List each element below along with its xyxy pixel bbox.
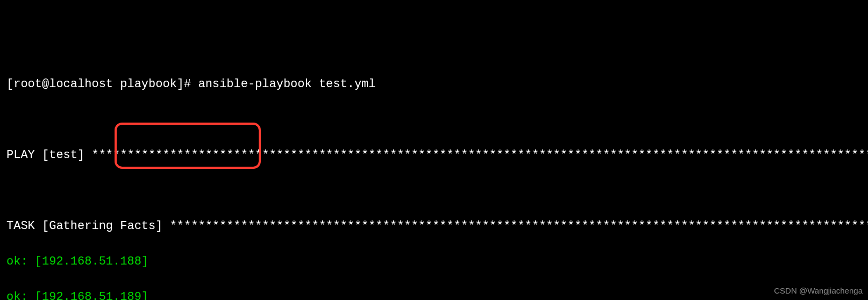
ok-status: ok:: [6, 255, 35, 268]
task-gathering-stars: ****************************************…: [170, 219, 868, 233]
blank-line: [6, 182, 862, 199]
blank-line: [6, 111, 862, 128]
play-label: PLAY [test]: [6, 148, 91, 162]
ok-status: ok:: [6, 290, 35, 300]
gathering-result-1: ok: [192.168.51.188]: [6, 253, 862, 270]
task-gathering-label: TASK [Gathering Facts]: [6, 219, 170, 233]
watermark-text: CSDN @Wangjiachenga: [774, 285, 863, 297]
host-label: [192.168.51.188]: [35, 255, 148, 268]
play-stars: ****************************************…: [91, 148, 868, 162]
play-header: PLAY [test] ****************************…: [6, 146, 862, 164]
task-gathering-header: TASK [Gathering Facts] *****************…: [6, 217, 862, 235]
host-label: [192.168.51.189]: [35, 290, 148, 300]
gathering-result-2: ok: [192.168.51.189]: [6, 288, 862, 300]
terminal-prompt-line: [root@localhost playbook]# ansible-playb…: [6, 75, 862, 93]
prompt-user-host: [root@localhost playbook]#: [6, 77, 191, 91]
command-text: ansible-playbook test.yml: [198, 77, 375, 91]
